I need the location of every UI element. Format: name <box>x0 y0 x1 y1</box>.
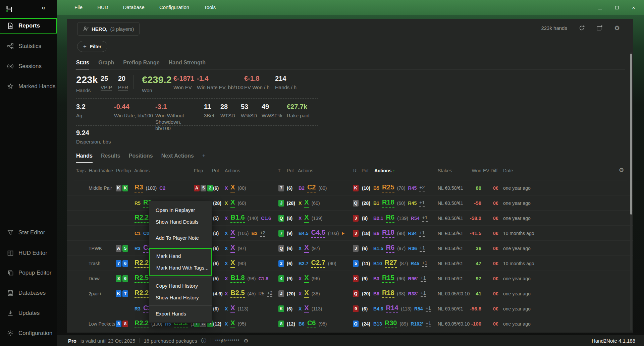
card-J-s: J <box>278 290 284 297</box>
action-token: (5) <box>213 276 219 281</box>
subtab-positions[interactable]: Positions <box>129 153 153 163</box>
tab-stats[interactable]: Stats <box>76 60 89 69</box>
card-2-d: 2 <box>278 260 284 267</box>
column-header-flop[interactable]: Flop <box>194 168 203 173</box>
minimize-button[interactable] <box>596 5 604 10</box>
menu-item-database[interactable]: Database <box>123 4 145 10</box>
cell-turn-card: 7 <box>278 180 285 195</box>
close-button[interactable]: × <box>630 5 637 10</box>
sidebar-item-updates[interactable]: Updates <box>0 306 56 321</box>
column-header-pot[interactable]: Pot <box>212 168 219 173</box>
action-token: (6) <box>362 246 368 251</box>
column-header-won[interactable]: Won <box>454 168 481 173</box>
cell-turn-actions: XX(38) <box>299 286 323 301</box>
sidebar-item-databases[interactable]: Databases <box>0 286 56 300</box>
action-token: (6) <box>213 185 219 191</box>
stat-pfr: 20PFR <box>118 75 128 90</box>
stat-label-link[interactable]: WTSD <box>220 113 235 119</box>
card-6-d: 6 <box>122 260 128 267</box>
menu-item-tools[interactable]: Tools <box>204 4 216 10</box>
sidebar-item-configuration[interactable]: Configuration <box>0 326 56 341</box>
cell-river-actions: B10R27(87)R45+1 <box>373 256 430 271</box>
sidebar-item-marked-hands[interactable]: Marked Hands <box>0 79 56 94</box>
menu-item-mark-hand-with-tags[interactable]: Mark Hand With Tags... <box>150 262 211 274</box>
column-header-ev-diff[interactable]: EV Diff. <box>483 168 499 173</box>
scrollbar-track[interactable] <box>630 52 632 331</box>
column-header-pot[interactable]: Pot <box>362 168 369 173</box>
menu-item-configuration[interactable]: Configuration <box>159 4 189 10</box>
add-filter-button[interactable]: + Filter <box>77 41 107 52</box>
report-settings-gear-icon[interactable]: ⚙ <box>614 24 620 32</box>
plus-icon: + <box>83 43 87 50</box>
action-token: X <box>304 289 309 298</box>
menu-item-add-to-player-note[interactable]: Add To Player Note <box>149 232 212 244</box>
sidebar-item-hud-editor[interactable]: HUD Editor <box>0 246 56 261</box>
menu-item-export-hands[interactable]: Export Hands <box>149 308 212 320</box>
sidebar-item-popup-editor[interactable]: Popup Editor <box>0 266 56 280</box>
tab-hand-strength[interactable]: Hand Strength <box>169 60 206 69</box>
column-header-actions[interactable]: Actions <box>134 168 150 173</box>
player-filter-chip[interactable]: HERO, (3 players) <box>77 22 140 36</box>
action-token: (139) <box>397 216 408 221</box>
subtab-next-actions[interactable]: Next Actions <box>161 153 194 163</box>
info-icon[interactable]: ⓘ <box>201 337 207 344</box>
table-settings-gear-icon[interactable]: ⚙ <box>619 167 624 174</box>
menu-item-file[interactable]: File <box>74 4 83 10</box>
action-token: (20) <box>362 291 370 296</box>
tab-graph[interactable]: Graph <box>98 60 114 69</box>
cell-ev-diff: 0€ <box>493 226 498 241</box>
column-header-date[interactable]: Date <box>503 168 513 173</box>
column-header-r[interactable]: R... <box>353 168 361 173</box>
table-row[interactable]: Middle PairKKR3(100)C2A52(6)XX(80)7(6)B2… <box>67 180 633 195</box>
column-header-hand-value[interactable]: Hand Value <box>89 168 113 173</box>
stat-label-link[interactable]: PFR <box>118 84 128 91</box>
stat-value: 49 <box>262 103 282 110</box>
cell-date: one year ago <box>503 180 531 195</box>
menu-item-show-hand-details[interactable]: Show Hand Details <box>149 216 212 228</box>
popout-icon[interactable] <box>596 25 603 31</box>
subtab-[interactable]: + <box>202 153 205 163</box>
action-token: R54 <box>414 306 423 311</box>
account-settings-gear-icon[interactable]: ⚙ <box>244 338 248 344</box>
action-token: (90) <box>238 261 246 266</box>
sidebar-item-sessions[interactable]: Sessions <box>0 59 56 74</box>
stat-label: WTSD <box>220 113 235 118</box>
collapse-sidebar-icon[interactable]: « <box>42 3 46 11</box>
subtab-results[interactable]: Results <box>101 153 120 163</box>
stat-label-link[interactable]: VPIP <box>101 84 112 91</box>
column-header-tags[interactable]: Tags <box>76 168 86 173</box>
menu-item-hud[interactable]: HUD <box>97 4 108 10</box>
column-header-t[interactable]: T... <box>278 168 284 173</box>
action-token: +1 <box>419 200 425 207</box>
subtab-hands[interactable]: Hands <box>76 153 93 163</box>
column-header-actions[interactable]: Actions <box>298 168 313 173</box>
menu-item-open-in-replayer[interactable]: Open In Replayer <box>149 204 212 216</box>
cell-turn-pot: (20) <box>287 286 298 301</box>
column-header-pot[interactable]: Pot <box>287 168 294 173</box>
action-token: (97) <box>312 246 320 251</box>
sidebar-item-stat-editor[interactable]: Stat Editor <box>0 225 56 240</box>
action-token: +2 <box>260 230 265 237</box>
refresh-icon[interactable] <box>579 25 585 31</box>
column-header-preflop[interactable]: Preflop <box>116 168 131 173</box>
scrollbar-thumb[interactable] <box>630 54 632 215</box>
action-token: X <box>230 304 235 313</box>
stat-label-link[interactable]: 3Bet <box>204 113 214 119</box>
column-header-actions[interactable]: Actions <box>225 168 240 173</box>
menu-item-mark-hand[interactable]: Mark Hand <box>150 250 211 262</box>
stat-w-sd: 53W%SD <box>241 103 257 118</box>
tab-preflop-range[interactable]: Preflop Range <box>123 60 159 69</box>
maximize-button[interactable] <box>613 5 621 10</box>
sidebar-item-statistics[interactable]: Statistics <box>0 39 56 54</box>
column-header-stakes[interactable]: Stakes <box>438 168 452 173</box>
won-amount: 36 <box>476 245 481 251</box>
action-token: X <box>230 183 235 192</box>
action-token: (28) <box>213 200 221 206</box>
sidebar-item-reports[interactable]: Reports <box>0 18 56 33</box>
column-header-actions[interactable]: Actions ↑ <box>374 168 395 173</box>
menu-item-show-hand-history[interactable]: Show Hand History <box>149 292 212 303</box>
action-token: X <box>304 198 309 208</box>
action-token: (5) <box>213 216 219 221</box>
cell-river-pot: (6) <box>362 301 370 316</box>
menu-item-copy-hand-history[interactable]: Copy Hand History <box>149 280 212 292</box>
